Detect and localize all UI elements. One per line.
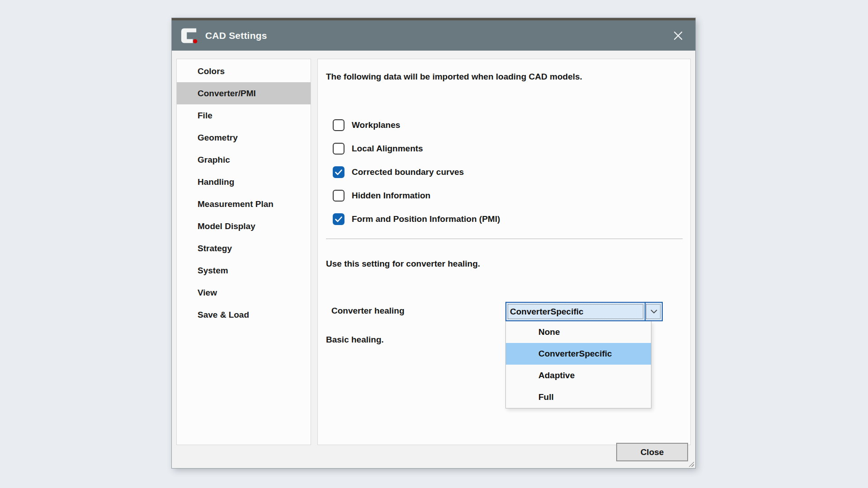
checkbox-checked-icon[interactable] (333, 213, 344, 225)
checkbox-checked-icon[interactable] (333, 166, 344, 178)
sidebar-item-label: Strategy (198, 244, 232, 253)
checkbox-row-hidden-information[interactable]: Hidden Information (333, 184, 500, 207)
resize-grip[interactable] (688, 460, 694, 467)
sidebar-item-file[interactable]: File (177, 104, 311, 127)
sidebar-item-view[interactable]: View (177, 282, 311, 304)
combobox-value: ConverterSpecific (506, 303, 645, 320)
dropdown-option-label: Full (538, 392, 554, 402)
sidebar-item-label: System (198, 266, 228, 276)
sidebar-item-label: Geometry (198, 133, 238, 143)
checkbox-label: Corrected boundary curves (352, 167, 464, 177)
dropdown-option-full[interactable]: Full (506, 386, 651, 408)
checkbox-label: Local Alignments (352, 144, 423, 154)
checkbox-label: Hidden Information (352, 191, 430, 201)
sidebar-item-label: Converter/PMI (198, 89, 256, 99)
sidebar-item-model-display[interactable]: Model Display (177, 215, 311, 237)
healing-description: Basic healing. (326, 335, 384, 345)
sidebar-item-system[interactable]: System (177, 259, 311, 282)
dropdown-option-adaptive[interactable]: Adaptive (506, 365, 651, 386)
checkbox-row-corrected-boundary-curves[interactable]: Corrected boundary curves (333, 160, 500, 184)
sidebar-item-measurement-plan[interactable]: Measurement Plan (177, 193, 311, 215)
sidebar-item-strategy[interactable]: Strategy (177, 237, 311, 259)
sidebar-item-label: Model Display (198, 221, 255, 231)
app-logo-icon (179, 27, 198, 44)
sidebar-item-colors[interactable]: Colors (177, 60, 311, 82)
checkbox-unchecked-icon[interactable] (333, 143, 344, 155)
dropdown-option-label: ConverterSpecific (538, 349, 612, 359)
chevron-down-icon[interactable] (645, 303, 662, 320)
checkbox-row-form-position-pmi[interactable]: Form and Position Information (PMI) (333, 207, 500, 231)
checkbox-unchecked-icon[interactable] (333, 119, 344, 131)
sidebar-item-save-load[interactable]: Save & Load (177, 304, 311, 326)
dropdown-option-none[interactable]: None (506, 321, 651, 343)
close-icon[interactable] (668, 26, 688, 46)
sidebar-item-geometry[interactable]: Geometry (177, 127, 311, 149)
close-button[interactable]: Close (616, 443, 688, 461)
section-divider (326, 239, 683, 239)
settings-nav-list: Colors Converter/PMI File Geometry Graph… (176, 59, 311, 445)
sidebar-item-label: Colors (198, 66, 225, 76)
converter-pmi-settings-panel: The following data will be imported when… (317, 59, 691, 445)
converter-healing-label: Converter healing (331, 306, 405, 316)
checkbox-unchecked-icon[interactable] (333, 190, 344, 202)
sidebar-item-label: File (198, 111, 212, 121)
checkbox-row-local-alignments[interactable]: Local Alignments (333, 137, 500, 160)
cad-settings-dialog: CAD Settings Colors Converter/PMI File G… (172, 18, 695, 468)
import-heading: The following data will be imported when… (326, 72, 582, 82)
checkbox-label: Workplanes (352, 120, 400, 130)
dropdown-option-label: None (538, 327, 560, 337)
sidebar-item-converter-pmi[interactable]: Converter/PMI (177, 82, 311, 104)
sidebar-item-handling[interactable]: Handling (177, 171, 311, 193)
healing-heading: Use this setting for converter healing. (326, 259, 480, 269)
titlebar[interactable]: CAD Settings (172, 20, 695, 51)
checkbox-row-workplanes[interactable]: Workplanes (333, 113, 500, 137)
dropdown-option-label: Adaptive (538, 371, 575, 380)
sidebar-item-label: Handling (198, 177, 234, 187)
sidebar-item-label: Save & Load (198, 310, 249, 320)
import-checkbox-group: Workplanes Local Alignments Corrected bo… (333, 113, 500, 231)
converter-healing-combobox[interactable]: ConverterSpecific (505, 302, 663, 321)
sidebar-item-label: View (198, 288, 217, 298)
sidebar-item-graphic[interactable]: Graphic (177, 149, 311, 171)
window-title: CAD Settings (205, 30, 267, 41)
sidebar-item-label: Graphic (198, 155, 230, 165)
dropdown-option-converterspecific[interactable]: ConverterSpecific (506, 343, 651, 365)
checkbox-label: Form and Position Information (PMI) (352, 214, 500, 224)
sidebar-item-label: Measurement Plan (198, 199, 274, 209)
converter-healing-dropdown: None ConverterSpecific Adaptive Full (505, 321, 651, 408)
